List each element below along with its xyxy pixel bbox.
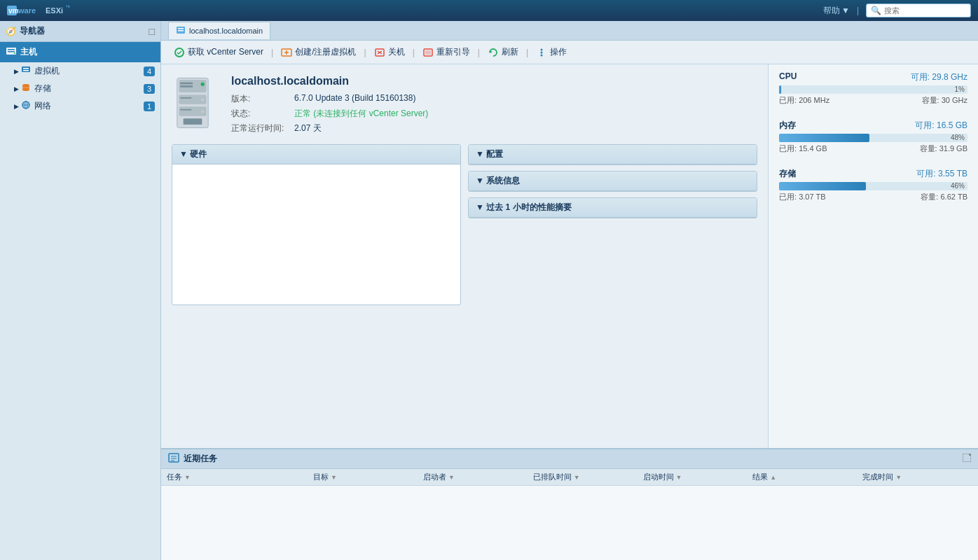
cpu-bar: [779, 85, 781, 94]
storage-capacity: 容量: 6.62 TB: [921, 192, 967, 202]
sidebar-title-label: 导航器: [20, 25, 45, 37]
sidebar-item-host[interactable]: 主机: [0, 42, 160, 62]
col-target-sort: ▼: [331, 474, 337, 481]
actions-button[interactable]: 操作: [530, 44, 572, 60]
content-tab-label: localhost.localdomain: [189, 27, 263, 35]
cpu-percent: 1%: [955, 85, 965, 94]
sidebar-item-host-label: 主机: [20, 46, 37, 58]
tasks-table-header: 任务 ▼ 目标 ▼ 启动者 ▼ 已排队时间 ▼ 启动时间 ▼: [161, 469, 978, 486]
svg-rect-30: [425, 50, 431, 55]
storage-used: 已用: 3.07 TB: [779, 192, 826, 202]
tasks-body: [161, 486, 978, 560]
help-button[interactable]: 帮助 ▼: [823, 5, 850, 17]
content-tab-host[interactable]: localhost.localdomain: [168, 22, 270, 39]
svg-text:vm: vm: [8, 7, 19, 15]
host-icon: [6, 46, 17, 59]
svg-rect-20: [178, 28, 184, 29]
tasks-expand-button[interactable]: [963, 454, 971, 464]
content-area: localhost.localdomain 获取 vCenter Server …: [161, 21, 978, 560]
col-task-sort: ▼: [184, 474, 191, 481]
col-target-header[interactable]: 目标 ▼: [313, 472, 423, 482]
storage-detail-row: 已用: 3.07 TB 容量: 6.62 TB: [779, 192, 967, 202]
svg-rect-10: [23, 68, 29, 69]
create-vm-button[interactable]: 创建/注册虚拟机: [275, 44, 361, 60]
sidebar-title: 🧭 导航器: [6, 25, 45, 37]
svg-text:ware: ware: [18, 6, 36, 15]
bottom-panel: 近期任务 任务 ▼ 目标 ▼ 启动者: [161, 448, 978, 560]
reboot-icon: [422, 47, 434, 58]
shutdown-button[interactable]: 关机: [369, 44, 411, 60]
config-section-label: ▼ 配置: [476, 148, 503, 160]
vmware-icon: vm ware ESXi ™: [7, 4, 70, 18]
memory-bar-container: 48%: [779, 134, 967, 142]
sidebar-item-vm[interactable]: ▶ 虚拟机 4: [0, 62, 160, 80]
col-queued-header[interactable]: 已排队时间 ▼: [533, 472, 643, 482]
col-result-sort: ▲: [770, 474, 776, 481]
host-details: localhost.localdomain 版本: 6.7.0 Update 3…: [231, 75, 428, 137]
stats-panel: CPU 可用: 29.8 GHz 1% 已用:: [768, 64, 978, 448]
perf-section-header[interactable]: ▼ 过去 1 小时的性能摘要: [469, 198, 757, 218]
search-box[interactable]: 🔍: [866, 4, 971, 18]
storage-stat-group: 存储 可用: 3.55 TB 46% 已用:: [779, 168, 967, 202]
help-dropdown-icon: ▼: [841, 6, 850, 15]
svg-text:™: ™: [65, 4, 70, 10]
create-vm-icon: [281, 47, 292, 58]
svg-rect-46: [184, 118, 202, 125]
memory-title-row: 内存 可用: 16.5 GB: [779, 120, 967, 132]
vcenter-button[interactable]: 获取 vCenter Server: [168, 44, 269, 60]
hardware-section-label: ▼ 硬件: [179, 148, 207, 160]
hardware-section-body: [172, 164, 460, 304]
cpu-title-row: CPU 可用: 29.8 GHz: [779, 71, 967, 83]
sections-row: ▼ 硬件 ▼ 配置: [172, 144, 757, 438]
sep3: |: [413, 48, 415, 57]
expand-icon2: ▶: [14, 85, 19, 92]
vmware-logo: vm ware ESXi ™: [7, 4, 70, 18]
sysinfo-section-label: ▼ 系统信息: [476, 175, 520, 187]
sidebar-item-network[interactable]: ▶ 网络 1: [0, 97, 160, 115]
topbar-right: 帮助 ▼ | 🔍: [823, 4, 971, 18]
col-completed-header[interactable]: 完成时间 ▼: [862, 472, 972, 482]
reboot-button[interactable]: 重新引导: [417, 44, 476, 60]
status-row: 状态: 正常 (未连接到任何 vCenter Server): [231, 108, 428, 120]
sidebar-item-network-label: 网络: [34, 100, 51, 112]
memory-bar: [779, 134, 869, 142]
svg-marker-31: [490, 50, 493, 53]
shutdown-icon: [374, 47, 385, 58]
hardware-section: ▼ 硬件: [172, 144, 461, 305]
cpu-detail-row: 已用: 206 MHz 容量: 30 GHz: [779, 95, 967, 106]
svg-rect-9: [22, 66, 30, 72]
col-started-header[interactable]: 启动时间 ▼: [643, 472, 753, 482]
host-info: localhost.localdomain 版本: 6.7.0 Update 3…: [172, 75, 757, 137]
col-task-header[interactable]: 任务 ▼: [167, 472, 313, 482]
sidebar-item-storage[interactable]: ▶ 存储 3: [0, 80, 160, 97]
cpu-bar-container: 1%: [779, 85, 967, 94]
sidebar-close-button[interactable]: □: [149, 26, 155, 37]
cpu-stat-group: CPU 可用: 29.8 GHz 1% 已用:: [779, 71, 967, 106]
cpu-capacity: 容量: 30 GHz: [922, 95, 967, 106]
sysinfo-section-header[interactable]: ▼ 系统信息: [469, 172, 757, 191]
left-content: localhost.localdomain 版本: 6.7.0 Update 3…: [161, 64, 768, 448]
svg-rect-52: [969, 454, 971, 456]
col-result-header[interactable]: 结果 ▲: [752, 472, 862, 482]
search-input[interactable]: [884, 6, 961, 15]
col-initiator-sort: ▼: [448, 474, 455, 481]
sidebar-item-vm-label: 虚拟机: [34, 65, 60, 77]
main-layout: 🧭 导航器 □ 主机 ▶: [0, 21, 978, 560]
storage-percent: 46%: [951, 182, 965, 190]
col-initiator-header[interactable]: 启动者 ▼: [423, 472, 533, 482]
topbar: vm ware ESXi ™ 帮助 ▼ | 🔍: [0, 0, 978, 21]
svg-rect-11: [23, 70, 29, 71]
config-section-header[interactable]: ▼ 配置: [469, 145, 757, 164]
sidebar-header: 🧭 导航器 □: [0, 21, 160, 42]
main-panel: localhost.localdomain 版本: 6.7.0 Update 3…: [161, 64, 978, 448]
tasks-header: 近期任务: [161, 449, 978, 469]
sep5: |: [526, 48, 528, 57]
hardware-section-header[interactable]: ▼ 硬件: [172, 145, 460, 164]
svg-point-14: [22, 88, 29, 91]
expand-icon3: ▶: [14, 103, 19, 110]
refresh-button[interactable]: 刷新: [482, 44, 524, 60]
svg-point-42: [201, 99, 204, 102]
svg-rect-37: [180, 83, 193, 85]
storage-bar-container: 46%: [779, 182, 967, 190]
content-tabbar: localhost.localdomain: [161, 21, 978, 41]
